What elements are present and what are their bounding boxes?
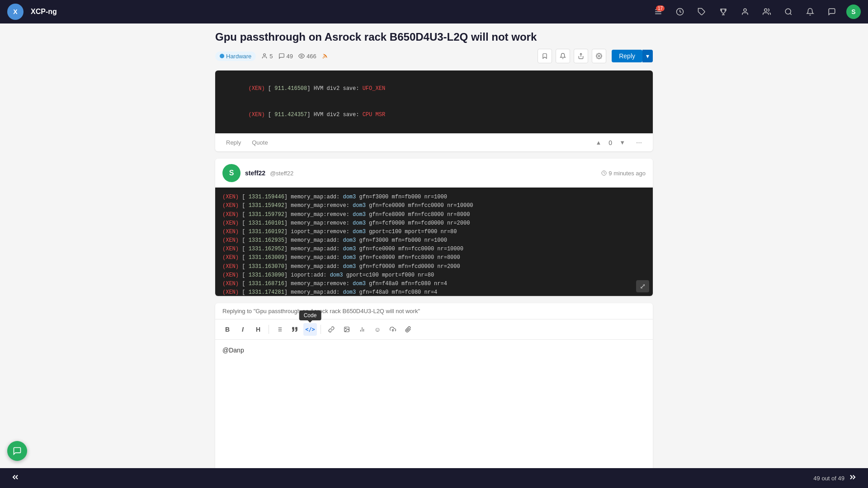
post-reply-button[interactable]: Reply (222, 137, 245, 148)
go-to-bottom-button[interactable] (844, 471, 861, 486)
blockquote-button[interactable] (288, 323, 302, 336)
reply-header: Replying to "Gpu passthrough on Asrock r… (215, 303, 653, 319)
code-line: (XEN) [ 1331.159792] memory_map:remove: … (222, 211, 646, 219)
code-line: (XEN) [ 1331.160101] memory_map:remove: … (222, 219, 646, 228)
attach-button[interactable] (401, 323, 415, 336)
list-button[interactable] (273, 323, 286, 336)
image-button[interactable] (340, 323, 354, 336)
code-line: (XEN) [ 1331.163070] memory_map:add: dom… (222, 263, 646, 271)
bottom-bar: 49 out of 49 (0, 468, 868, 488)
search-icon[interactable] (781, 5, 796, 19)
code-line: (XEN) [ 1331.163090] ioport:add: dom3 gp… (222, 271, 646, 280)
share-button[interactable] (574, 49, 588, 63)
code-line: (XEN) [ 911.424357] HVM div2 save: CPU M… (222, 102, 646, 128)
profile-icon[interactable] (738, 5, 752, 19)
link-button[interactable] (325, 323, 338, 336)
code-tooltip-popup: Code (299, 310, 321, 320)
heading-button[interactable]: H (251, 323, 265, 336)
page-title: Gpu passthrough on Asrock rack B650D4U3-… (215, 31, 653, 43)
category-badge[interactable]: Hardware (215, 52, 256, 61)
site-logo[interactable]: X (7, 4, 24, 20)
chart-button[interactable] (355, 323, 369, 336)
main-content: Gpu passthrough on Asrock rack B650D4U3-… (208, 23, 660, 488)
bookmark-button[interactable] (538, 49, 552, 63)
downvote-button[interactable]: ▼ (616, 137, 629, 148)
post-actions-bar: Reply Quote ▲ 0 ▼ ⋯ (215, 133, 653, 151)
code-button[interactable]: </> (303, 323, 317, 336)
posts-count: 5 (261, 53, 273, 60)
upvote-button[interactable]: ▲ (592, 137, 605, 148)
category-label: Hardware (226, 53, 251, 60)
chat-button[interactable] (7, 441, 27, 461)
clock-icon[interactable] (673, 5, 687, 19)
code-line: (XEN) [ 1331.163009] memory_map:add: dom… (222, 253, 646, 262)
trophy-icon[interactable] (716, 5, 731, 19)
reply-dropdown-button[interactable]: ▾ (642, 50, 653, 62)
expand-code-button[interactable]: ⤢ (636, 280, 649, 292)
more-options-button[interactable]: ⋯ (632, 137, 646, 148)
code-line: (XEN) [ 1331.159446] memory_map:add: dom… (222, 193, 646, 202)
svg-point-10 (264, 54, 266, 56)
replies-count: 49 (278, 53, 293, 60)
action-bar (538, 49, 606, 63)
upload-button[interactable] (386, 323, 400, 336)
first-post-card: (XEN) [ 911.416508] HVM div2 save: UFO_X… (215, 70, 653, 151)
toolbar-separator (269, 325, 269, 334)
notification-icon[interactable] (803, 5, 817, 19)
code-line: (XEN) [ 1331.160192] ioport_map:remove: … (222, 228, 646, 236)
code-line: (XEN) [ 1331.162935] memory_map:add: dom… (222, 236, 646, 245)
svg-point-12 (323, 57, 324, 58)
composer-textarea[interactable]: @Danp (215, 340, 653, 475)
author-name[interactable]: steff22 (245, 169, 265, 177)
post-meta-bar: Hardware 5 49 466 (215, 49, 653, 63)
post-quote-button[interactable]: Quote (248, 137, 271, 148)
category-dot (220, 54, 224, 58)
second-code-block: (XEN) [ 1331.159446] memory_map:add: dom… (215, 188, 653, 296)
svg-line-9 (790, 13, 791, 14)
code-line: (XEN) [ 1331.159492] memory_map:remove: … (222, 202, 646, 210)
bold-button[interactable]: B (221, 323, 234, 336)
user-meta-icon (261, 53, 268, 59)
tag-icon[interactable] (694, 5, 709, 19)
forward-bottom-icon (848, 473, 857, 482)
code-line: (XEN) [ 911.416508] HVM div2 save: UFO_X… (222, 76, 646, 102)
second-post-card: S steff22 @steff22 9 minutes ago (XEN) [… (215, 159, 653, 296)
site-title[interactable]: XCP-ng (31, 8, 57, 16)
first-code-block: (XEN) [ 911.416508] HVM div2 save: UFO_X… (215, 70, 653, 133)
unread-badge: 17 (656, 5, 665, 11)
back-to-top-button[interactable] (7, 471, 24, 486)
rss-icon[interactable] (322, 53, 328, 59)
post-timestamp: 9 minutes ago (601, 170, 646, 177)
composer-toolbar: B I H Code </> (215, 319, 653, 340)
vote-count: 0 (609, 139, 612, 146)
navbar: X XCP-ng 17 (0, 0, 868, 23)
timestamp-icon (601, 170, 607, 176)
emoji-button[interactable]: ☺ (371, 323, 384, 336)
reply-meta-icon (278, 53, 285, 59)
views-meta-icon (298, 53, 305, 59)
svg-point-7 (764, 9, 767, 11)
bell-button[interactable] (556, 49, 570, 63)
chat-icon (13, 446, 22, 455)
author-mention: @steff22 (270, 170, 293, 177)
back-top-icon (11, 473, 20, 482)
author-avatar: S (222, 164, 241, 182)
italic-button[interactable]: I (236, 323, 250, 336)
author-row: S steff22 @steff22 9 minutes ago (215, 159, 653, 182)
code-line: (XEN) [ 1331.168716] memory_map:remove: … (222, 280, 646, 288)
svg-point-6 (744, 9, 746, 11)
toolbar-separator-2 (321, 325, 321, 334)
svg-point-11 (301, 55, 302, 57)
svg-point-14 (598, 55, 600, 57)
reply-button-group: Reply ▾ (612, 50, 653, 62)
svg-point-8 (785, 9, 791, 14)
messages-icon[interactable] (825, 5, 839, 19)
reply-button[interactable]: Reply (612, 50, 642, 62)
list-icon[interactable]: 17 (651, 5, 665, 19)
code-tooltip-container: Code </> (303, 323, 317, 336)
reply-composer: Replying to "Gpu passthrough on Asrock r… (215, 303, 653, 488)
user-avatar[interactable]: S (846, 5, 861, 19)
users-icon[interactable] (760, 5, 774, 19)
code-line: (XEN) [ 1331.162952] memory_map:add: dom… (222, 245, 646, 253)
gear-button[interactable] (592, 49, 606, 63)
